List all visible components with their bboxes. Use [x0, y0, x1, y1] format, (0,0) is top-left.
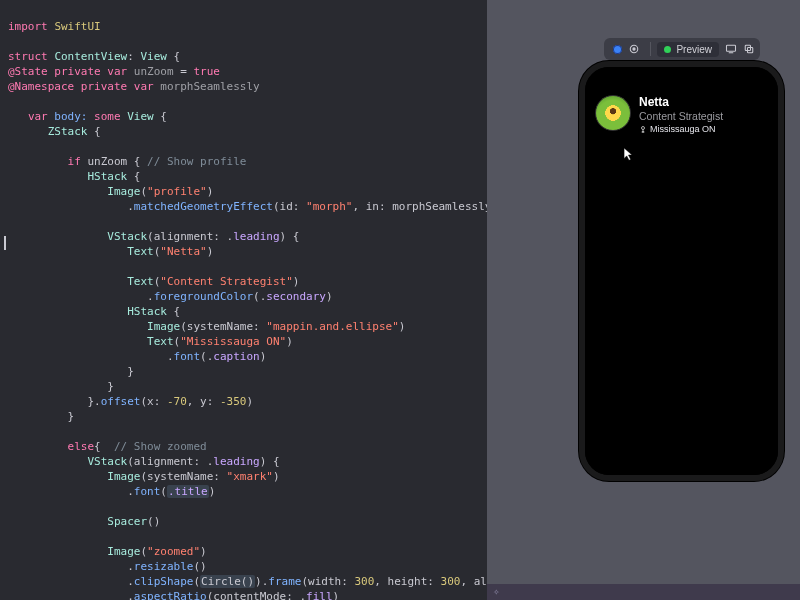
- canvas-sparkle-icon[interactable]: ✧: [493, 585, 500, 598]
- device-bezel: Netta Content Strategist Mississauga ON: [579, 61, 784, 481]
- duplicate-preview-icon[interactable]: [743, 43, 755, 55]
- live-preview-indicator-icon[interactable]: [613, 45, 622, 54]
- mappin-icon: [639, 125, 647, 133]
- device-settings-icon[interactable]: [725, 43, 737, 55]
- svg-rect-2: [727, 45, 736, 51]
- svg-point-1: [633, 48, 635, 50]
- profile-row[interactable]: Netta Content Strategist Mississauga ON: [595, 95, 723, 134]
- avatar: [595, 95, 631, 131]
- profile-role: Content Strategist: [639, 110, 723, 122]
- code-editor[interactable]: import SwiftUI struct ContentView: View …: [0, 0, 487, 600]
- selectable-mode-icon[interactable]: [628, 43, 640, 55]
- mouse-cursor-icon: [623, 147, 634, 163]
- text-cursor: [4, 236, 10, 250]
- svg-point-6: [642, 127, 645, 130]
- preview-pill[interactable]: Preview: [657, 42, 719, 57]
- preview-label: Preview: [676, 44, 712, 55]
- profile-location: Mississauga ON: [639, 124, 723, 134]
- separator: [650, 42, 651, 56]
- canvas-bottom-bar: ✧: [487, 584, 800, 600]
- status-dot-icon: [664, 46, 671, 53]
- preview-canvas: Preview Netta Content Strategist Mississ…: [487, 0, 800, 600]
- canvas-toolbar: Preview: [604, 38, 760, 60]
- profile-name: Netta: [639, 95, 723, 109]
- device-screen[interactable]: Netta Content Strategist Mississauga ON: [585, 67, 778, 475]
